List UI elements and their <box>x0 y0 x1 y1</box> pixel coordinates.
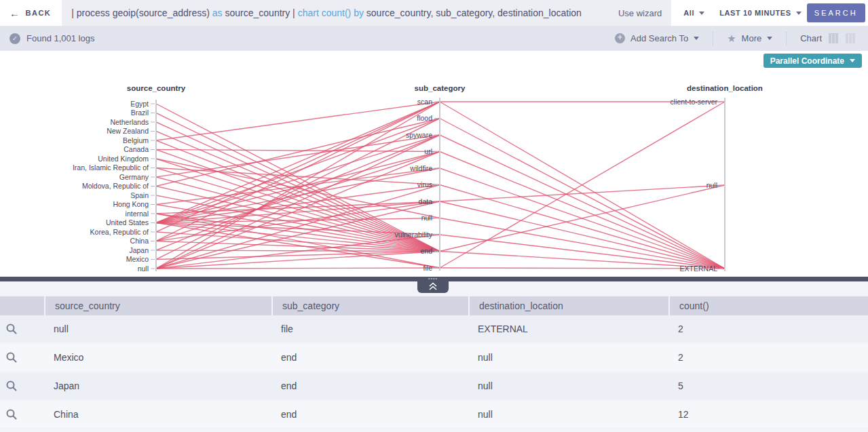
chart-type-dropdown[interactable]: Parallel Coordinate <box>763 54 862 68</box>
svg-text:url: url <box>424 147 432 155</box>
dense-grid-view-icon[interactable] <box>846 33 856 43</box>
table-row[interactable]: nullfileEXTERNAL2 <box>0 315 868 342</box>
chevron-down-icon <box>796 12 801 15</box>
results-toolbar: ✓ Found 1,001 logs + Add Search To ★ Mor… <box>0 26 868 51</box>
add-search-to-dropdown[interactable]: + Add Search To <box>615 33 699 43</box>
grid-view-icon[interactable] <box>829 33 839 43</box>
svg-text:Mexico: Mexico <box>126 255 149 263</box>
chevron-down-icon <box>767 37 772 40</box>
table-row[interactable]: Mexicoendnull2 <box>0 344 868 371</box>
plus-circle-icon: + <box>615 33 625 43</box>
table-cell: 2 <box>668 352 868 363</box>
results-table: source_countrysub_categorydestination_lo… <box>0 281 868 432</box>
svg-text:internal: internal <box>126 210 149 218</box>
magnifier-icon[interactable] <box>5 351 18 364</box>
collapse-table-button[interactable]: •••• <box>417 277 449 293</box>
table-cell: 5 <box>668 380 868 391</box>
table-body: nullfileEXTERNAL2Mexicoendnull2Japanendn… <box>0 315 868 428</box>
back-label: BACK <box>26 9 52 17</box>
svg-text:United Kingdom: United Kingdom <box>98 155 149 163</box>
panel-divider[interactable]: •••• <box>0 277 868 281</box>
toolbar-separator <box>713 32 713 45</box>
row-icon-cell <box>0 408 44 420</box>
use-wizard-link[interactable]: Use wizard <box>609 8 662 18</box>
query-field[interactable]: | process geoip(source_address) as sourc… <box>62 0 671 26</box>
table-row[interactable]: Japanendnull5 <box>0 372 868 399</box>
more-label: More <box>742 33 762 43</box>
svg-text:Moldova, Republic of: Moldova, Republic of <box>82 182 149 190</box>
svg-text:flood: flood <box>417 114 432 122</box>
toolbar-separator <box>786 32 787 45</box>
table-cell: null <box>468 380 668 391</box>
svg-text:source_country: source_country <box>127 84 186 92</box>
back-arrow-icon: ← <box>10 7 21 19</box>
svg-text:wildfire: wildfire <box>409 164 432 172</box>
table-cell: Mexico <box>44 352 271 363</box>
svg-text:Korea, Republic of: Korea, Republic of <box>90 228 149 236</box>
search-button[interactable]: SEARCH <box>807 3 865 22</box>
table-cell: file <box>271 323 468 334</box>
more-dropdown[interactable]: ★ More <box>727 33 772 45</box>
table-row[interactable]: Chinaendnull12 <box>0 401 868 428</box>
chevron-down-icon <box>850 59 855 62</box>
svg-text:Netherlands: Netherlands <box>110 118 149 126</box>
column-header-source-country[interactable]: source_country <box>44 296 271 315</box>
svg-text:Japan: Japan <box>129 246 149 254</box>
back-button[interactable]: ← BACK <box>0 0 62 26</box>
query-keyword: by <box>354 7 364 18</box>
magnifier-icon[interactable] <box>5 408 18 420</box>
table-header-row: source_countrysub_categorydestination_lo… <box>0 296 868 315</box>
svg-text:China: China <box>130 237 149 245</box>
svg-text:EXTERNAL: EXTERNAL <box>680 264 718 273</box>
svg-text:virus: virus <box>417 180 432 189</box>
query-keyword: as <box>212 7 223 18</box>
table-cell: Japan <box>44 380 271 391</box>
status-text: Found 1,001 logs <box>26 33 94 43</box>
column-header-count[interactable]: count() <box>668 296 868 315</box>
table-cell: null <box>468 409 668 420</box>
check-circle-icon: ✓ <box>10 33 20 44</box>
magnifier-icon[interactable] <box>5 323 18 335</box>
scope-label: All <box>683 9 694 17</box>
magnifier-icon[interactable] <box>5 380 18 392</box>
table-cell: 12 <box>668 409 868 420</box>
table-cell: end <box>271 409 468 420</box>
column-header-destination-location[interactable]: destination_location <box>468 296 668 315</box>
chart-label: Chart <box>800 33 822 43</box>
time-range-dropdown[interactable]: LAST 10 MINUTES <box>719 9 801 17</box>
table-cell: EXTERNAL <box>468 323 668 334</box>
svg-text:scan: scan <box>417 98 432 106</box>
double-chevron-up-icon <box>427 281 439 290</box>
svg-text:Egypt: Egypt <box>130 100 149 108</box>
svg-text:Canada: Canada <box>124 145 149 153</box>
svg-text:Germany: Germany <box>119 173 149 181</box>
svg-text:destination_location: destination_location <box>687 84 763 92</box>
query-input[interactable]: | process geoip(source_address) as sourc… <box>71 7 609 18</box>
row-icon-cell <box>0 323 44 335</box>
svg-text:spyware: spyware <box>406 131 432 139</box>
table-cell: null <box>468 352 668 363</box>
svg-text:null: null <box>706 181 717 189</box>
table-cell: 2 <box>668 323 868 334</box>
svg-text:data: data <box>419 197 433 205</box>
svg-text:null: null <box>138 264 149 273</box>
table-cell: end <box>271 352 468 363</box>
svg-text:United States: United States <box>106 218 149 227</box>
header-icon-column <box>0 296 44 315</box>
table-cell: null <box>44 323 271 334</box>
top-search-bar: ← BACK | process geoip(source_address) a… <box>0 0 868 26</box>
query-text: | process geoip(source_address) <box>71 7 212 18</box>
chart-panel: EgyptBrazilNetherlandsNew ZealandBelgium… <box>0 51 868 277</box>
drag-grip-dots: •••• <box>417 277 449 281</box>
query-text: source_country | <box>223 7 298 18</box>
row-icon-cell <box>0 351 44 364</box>
svg-text:Belgium: Belgium <box>123 136 149 144</box>
chevron-down-icon <box>699 12 704 15</box>
svg-text:vulnerability: vulnerability <box>395 231 433 239</box>
row-icon-cell <box>0 380 44 392</box>
column-header-sub-category[interactable]: sub_category <box>271 296 468 315</box>
svg-text:Spain: Spain <box>130 191 149 199</box>
svg-text:sub_category: sub_category <box>415 84 466 92</box>
scope-dropdown[interactable]: All <box>683 9 704 17</box>
parallel-coordinates-chart[interactable]: EgyptBrazilNetherlandsNew ZealandBelgium… <box>0 51 868 277</box>
